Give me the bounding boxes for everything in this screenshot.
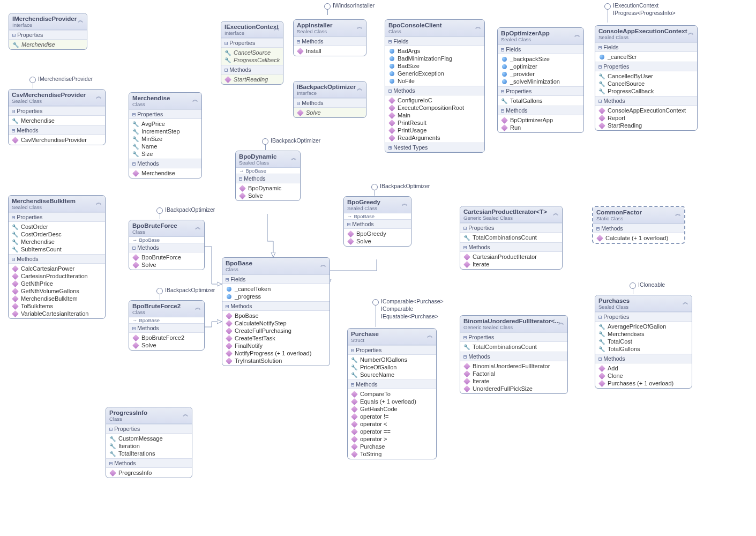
- class-header[interactable]: BpoDynamicSealed Class︽: [236, 151, 300, 168]
- section-header[interactable]: ⊟Methods: [595, 354, 692, 363]
- section-header[interactable]: ⊟Properties: [9, 106, 105, 116]
- collapse-icon[interactable]: ⊟: [598, 314, 602, 320]
- member-item[interactable]: 🔧CancelSource: [595, 80, 697, 87]
- section-header[interactable]: ⊟Properties: [129, 109, 201, 119]
- member-item[interactable]: ExecuteCompositionRoot: [385, 104, 484, 111]
- member-item[interactable]: 🔧TotalCombinationsCount: [460, 343, 567, 351]
- class-header[interactable]: BinomiaUnorderedFullIterator<...Generic …: [460, 316, 567, 332]
- member-item[interactable]: Factorial: [460, 370, 567, 377]
- class-header[interactable]: PurchasesSealed Class︽: [595, 295, 692, 312]
- member-item[interactable]: Solve: [129, 261, 204, 269]
- member-item[interactable]: 🔧MinSize: [129, 135, 201, 143]
- section-header[interactable]: ⊟Methods: [129, 243, 204, 252]
- member-item[interactable]: _backpackSize: [498, 55, 583, 63]
- member-item[interactable]: 🔧AvgPrice: [129, 120, 201, 128]
- collapse-icon[interactable]: ⊟: [109, 460, 113, 466]
- section-header[interactable]: ⊟Methods: [221, 65, 283, 75]
- member-item[interactable]: NoFile: [385, 77, 484, 85]
- member-item[interactable]: 🔧PriceOfGallon: [348, 363, 436, 371]
- section-header[interactable]: ⊟Methods: [348, 379, 436, 389]
- member-item[interactable]: 🔧AveragePriceOfGallon: [595, 323, 692, 330]
- member-item[interactable]: BpoBruteForce: [129, 254, 204, 261]
- class-box[interactable]: PurchasesSealed Class︽⊟Properties🔧Averag…: [595, 295, 692, 389]
- collapse-icon[interactable]: ⊟: [463, 334, 467, 340]
- section-header[interactable]: ⊟Fields: [498, 44, 583, 54]
- class-box[interactable]: BinomiaUnorderedFullIterator<...Generic …: [460, 315, 568, 394]
- member-item[interactable]: CompareTo: [348, 390, 436, 398]
- class-box[interactable]: ProgressInfoClass︽⊟Properties🔧CustomMess…: [106, 407, 192, 478]
- member-item[interactable]: operator <: [348, 420, 436, 428]
- collapse-chevron-icon[interactable]: ︽: [574, 31, 580, 39]
- section-header[interactable]: ⊟Methods: [498, 106, 583, 115]
- member-item[interactable]: CalcCartesianPower: [9, 265, 105, 272]
- member-item[interactable]: GenericException: [385, 70, 484, 77]
- section-header[interactable]: ⊟Methods: [106, 458, 192, 468]
- member-item[interactable]: CreateTestTask: [222, 334, 330, 342]
- section-header[interactable]: ⊟Methods: [236, 174, 300, 183]
- class-header[interactable]: PurchaseStruct︽: [348, 329, 436, 345]
- collapse-icon[interactable]: ⊟: [501, 46, 504, 53]
- collapse-chevron-icon[interactable]: ︽: [192, 95, 198, 103]
- member-item[interactable]: BpoGreedy: [344, 230, 411, 237]
- collapse-chevron-icon[interactable]: ︽: [475, 23, 481, 31]
- collapse-chevron-icon[interactable]: ︽: [427, 331, 433, 339]
- member-item[interactable]: operator ==: [348, 428, 436, 435]
- collapse-icon[interactable]: ⊟: [297, 38, 300, 44]
- member-item[interactable]: 🔧TotalCombinationsCount: [460, 234, 562, 241]
- section-header[interactable]: ⊟Fields: [595, 42, 697, 52]
- member-item[interactable]: GetHashCode: [348, 405, 436, 413]
- member-item[interactable]: VariableCartesianIteration: [9, 310, 105, 317]
- collapse-chevron-icon[interactable]: ︽: [357, 23, 363, 31]
- member-item[interactable]: 🔧Merchendise: [9, 41, 87, 48]
- collapse-chevron-icon[interactable]: ︽: [683, 298, 688, 306]
- member-item[interactable]: StartReading: [595, 122, 697, 129]
- member-item[interactable]: Merchendise: [129, 169, 201, 177]
- section-header[interactable]: ⊟Properties: [348, 345, 436, 355]
- collapse-chevron-icon[interactable]: ︽: [291, 154, 297, 162]
- member-item[interactable]: CalculateNotifyStep: [222, 319, 330, 327]
- collapse-chevron-icon[interactable]: ︽: [675, 210, 681, 218]
- class-box[interactable]: IBackpackOptimizerInterface︽⊟MethodsSolv…: [293, 81, 366, 118]
- collapse-icon[interactable]: ⊟: [463, 353, 467, 360]
- member-item[interactable]: _optimizer: [498, 63, 583, 70]
- collapse-chevron-icon[interactable]: ︽: [78, 16, 84, 24]
- member-item[interactable]: Equals (+ 1 overload): [348, 398, 436, 405]
- collapse-icon[interactable]: ⊟: [239, 175, 242, 182]
- section-header[interactable]: ⊟Methods: [129, 323, 204, 333]
- member-item[interactable]: Calculate (+ 1 overload): [593, 234, 684, 242]
- section-header[interactable]: ⊟Methods: [222, 301, 330, 311]
- member-item[interactable]: GetNthVolumeGallons: [9, 287, 105, 295]
- section-header[interactable]: ⊟Methods: [385, 86, 484, 95]
- collapse-icon[interactable]: ⊟: [463, 225, 467, 231]
- member-item[interactable]: TryInstantSolution: [222, 357, 330, 364]
- member-item[interactable]: 🔧TotalGallons: [595, 345, 692, 353]
- member-item[interactable]: operator !=: [348, 413, 436, 420]
- collapse-icon[interactable]: ⊟: [132, 111, 136, 117]
- collapse-chevron-icon[interactable]: ︽: [183, 410, 189, 418]
- member-item[interactable]: MerchendiseBulkItem: [9, 295, 105, 302]
- member-item[interactable]: BpoBase: [222, 312, 330, 319]
- collapse-icon[interactable]: ⊟: [351, 381, 354, 388]
- member-item[interactable]: BpOptimizerApp: [498, 116, 583, 124]
- section-header[interactable]: ⊟Methods: [294, 98, 366, 108]
- section-header[interactable]: ⊟Properties: [9, 30, 87, 40]
- member-item[interactable]: BadSize: [385, 62, 484, 70]
- member-item[interactable]: Clone: [595, 372, 692, 379]
- class-header[interactable]: BpOptimizerAppSealed Class︽: [498, 28, 583, 44]
- member-item[interactable]: 🔧Merchendise: [9, 117, 105, 124]
- section-header[interactable]: ⊟Properties: [595, 62, 697, 71]
- section-header[interactable]: ⊟Methods: [294, 36, 366, 46]
- class-header[interactable]: ProgressInfoClass︽: [106, 407, 192, 424]
- collapse-icon[interactable]: ⊟: [347, 221, 350, 227]
- class-box[interactable]: MerchendiseBulkItemSealed Class︽⊟Propert…: [8, 195, 106, 319]
- member-item[interactable]: 🔧IncrementStep: [129, 128, 201, 135]
- section-header[interactable]: ⊟Properties: [106, 424, 192, 434]
- collapse-icon[interactable]: ⊟: [12, 127, 15, 133]
- member-item[interactable]: Run: [498, 124, 583, 131]
- section-header[interactable]: ⊟Methods: [593, 224, 684, 233]
- member-item[interactable]: 🔧SourceName: [348, 371, 436, 378]
- collapse-icon[interactable]: ⊟: [12, 256, 15, 262]
- collapse-icon[interactable]: ⊟: [351, 347, 354, 353]
- class-header[interactable]: BpoBaseClass︽: [222, 258, 330, 274]
- member-item[interactable]: Purchase: [348, 443, 436, 450]
